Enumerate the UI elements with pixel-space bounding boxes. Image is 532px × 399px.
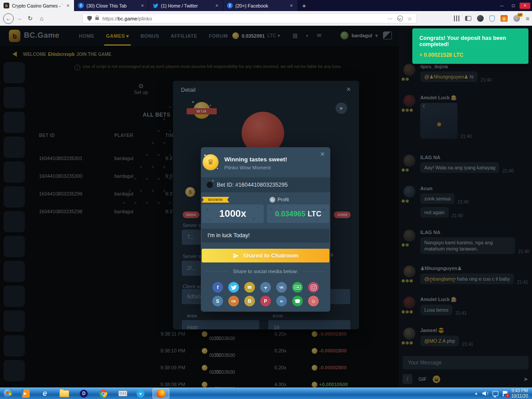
risk-field[interactable]: High xyxy=(182,320,259,329)
menu-icon[interactable]: ≡ xyxy=(526,15,529,22)
bcgame-logo-text[interactable]: BC.Game xyxy=(24,31,59,40)
network-icon[interactable] xyxy=(493,391,498,396)
social-email-icon[interactable]: ✉ xyxy=(244,282,255,293)
taskbar-wmp-icon[interactable]: ▶ xyxy=(20,389,31,398)
avatar[interactable] xyxy=(403,155,415,167)
social-linkedin-icon[interactable]: in xyxy=(276,296,287,306)
game-thumbnail[interactable] xyxy=(4,286,25,307)
nav-item-bonus[interactable]: BONUS xyxy=(141,33,159,39)
avatar[interactable] xyxy=(403,64,415,76)
close-window-button[interactable]: ✕ xyxy=(520,3,530,9)
social-vk-icon[interactable]: VK xyxy=(276,282,287,293)
avatar[interactable] xyxy=(403,186,415,198)
share-message-input[interactable]: I'm in luck Today! xyxy=(202,229,329,243)
hidden-icons-arrow[interactable]: ▲ xyxy=(474,391,478,395)
bell-icon[interactable]: ◗ xyxy=(305,32,309,39)
tab-close-icon[interactable]: ✕ xyxy=(140,4,145,8)
currency-select[interactable]: LTC ▾ xyxy=(267,33,280,39)
emoji-button[interactable] xyxy=(433,376,440,383)
tab-close-icon[interactable]: ✕ xyxy=(289,4,294,8)
page-actions-icon[interactable]: ⋯ xyxy=(387,16,393,22)
avatar[interactable] xyxy=(403,95,415,107)
chat-bubble[interactable]: @MO Z A php xyxy=(420,336,459,346)
action-center-flag-icon[interactable]: ✕ xyxy=(503,391,508,396)
new-tab-button[interactable]: + xyxy=(298,0,310,11)
send-message-icon[interactable]: ➤ xyxy=(523,376,528,383)
table-row[interactable]: 9:38:08 PM0.00003500LTC4.00x+0.00010500 xyxy=(146,377,395,388)
taskbar-dapp-icon[interactable]: D xyxy=(78,389,90,398)
home-button[interactable]: ⌂ xyxy=(36,15,47,22)
chat-bubble[interactable]: Nangayo kami kanimo, nga ang matahum mon… xyxy=(420,237,515,254)
extension-off-icon[interactable]: off xyxy=(513,15,520,22)
social-instagram-icon[interactable] xyxy=(308,282,319,293)
nav-item-games[interactable]: GAMES▾ xyxy=(106,33,129,39)
tab-all-bets[interactable]: ALL BETS xyxy=(143,112,170,118)
mail-icon[interactable]: ✉ xyxy=(317,32,321,39)
avatar[interactable] xyxy=(403,297,415,309)
game-thumbnail[interactable] xyxy=(4,161,25,183)
game-thumbnail[interactable] xyxy=(4,236,25,257)
nav-item-affiliate[interactable]: AFFILIATE xyxy=(171,33,197,39)
chat-username[interactable]: ILAG NA xyxy=(420,155,532,160)
gif-button[interactable]: GIF xyxy=(419,376,426,382)
forward-button[interactable]: → xyxy=(14,15,24,22)
setup-button[interactable]: ⚙Set up xyxy=(128,82,154,95)
metamask-icon[interactable] xyxy=(501,15,508,22)
taskbar-ie-icon[interactable]: e xyxy=(39,389,51,398)
taskbar-explorer-icon[interactable] xyxy=(59,389,70,398)
avatar[interactable] xyxy=(403,266,415,278)
maximize-button[interactable]: ▢ xyxy=(508,3,519,9)
taskbar-clock[interactable]: 9:43 PM 10/11/20 xyxy=(508,388,531,399)
chat-username[interactable]: Jameel 😎 xyxy=(420,328,532,333)
game-thumbnail[interactable] xyxy=(4,62,25,83)
detail-close-icon[interactable]: ✕ xyxy=(346,86,351,93)
social-line-icon[interactable]: LINE xyxy=(292,282,303,293)
tab-close-icon[interactable]: ✕ xyxy=(214,4,219,8)
pocket-icon[interactable] xyxy=(397,16,403,21)
chat-username[interactable]: ♟Nhungnguyen♟ xyxy=(420,266,532,271)
chat-username[interactable]: 4pes_4njink xyxy=(420,64,532,69)
avatar[interactable] xyxy=(403,328,415,340)
chat-username[interactable]: Amulet Luck 🎰 xyxy=(420,297,532,302)
extension-icon[interactable] xyxy=(477,15,484,22)
browser-tab[interactable]: bCrypto Casino Games - The 16✕ xyxy=(0,0,74,11)
share-to-chatroom-button[interactable]: Shared to Chatroom xyxy=(202,249,329,262)
game-thumbnail[interactable] xyxy=(4,137,25,158)
welcome-username[interactable]: Ehlsbcrxvpb xyxy=(48,52,74,57)
social-whatsapp-icon[interactable]: ☎ xyxy=(292,296,303,306)
game-thumbnail[interactable] xyxy=(4,87,25,108)
share-result-button[interactable]: ➤ xyxy=(336,102,347,114)
share-modal-close-icon[interactable]: ✕ xyxy=(320,151,325,157)
bcgame-logo-icon[interactable]: b xyxy=(9,30,20,42)
game-thumbnail[interactable] xyxy=(4,310,25,332)
user-menu[interactable]: bardagul ▾ xyxy=(340,31,378,39)
game-thumbnail[interactable] xyxy=(4,112,25,133)
start-button[interactable] xyxy=(4,388,13,398)
chat-bubble[interactable]: zonk semua xyxy=(420,193,454,204)
social-skype-icon[interactable]: S xyxy=(212,296,223,306)
avatar[interactable] xyxy=(403,230,415,242)
chat-username[interactable]: Amulet Luck 🎰 xyxy=(420,95,532,101)
shield-extension-icon[interactable] xyxy=(489,16,495,22)
game-thumbnail[interactable] xyxy=(4,211,25,232)
row-field[interactable]: 16 xyxy=(268,320,350,329)
library-icon[interactable] xyxy=(454,16,459,21)
game-thumbnail[interactable] xyxy=(4,335,25,356)
address-bar[interactable]: https://bc.game/plinko ⋯ ☆ xyxy=(82,13,417,23)
social-odnoklassniki-icon[interactable]: OK xyxy=(228,296,239,306)
taskbar-telegram-icon[interactable]: ➤ xyxy=(135,389,146,398)
tab-close-icon[interactable]: ✕ xyxy=(65,4,70,8)
deposit-toast[interactable]: Congrats! Your deposit has been complete… xyxy=(412,28,528,64)
chat-username[interactable]: Acun xyxy=(420,186,532,191)
social-bitcoin-icon[interactable]: B xyxy=(244,296,255,306)
chat-bubble[interactable]: Aay! Wala na ang iyang kahayag xyxy=(420,162,499,173)
slash-command-button[interactable]: / xyxy=(403,374,412,384)
minimize-button[interactable]: — xyxy=(497,3,507,9)
table-row[interactable]: 9:38:09 PM0.00003500LTC0.20x-0.00002800 xyxy=(146,360,395,377)
table-row[interactable]: 9:38:10 PM0.00003500LTC0.20x-0.00002800 xyxy=(146,344,395,360)
bookmark-star-icon[interactable]: ☆ xyxy=(407,16,412,22)
chat-username[interactable]: ILAG NA xyxy=(420,230,532,235)
sidebar-icon[interactable] xyxy=(465,16,471,21)
tracking-protection-icon[interactable] xyxy=(87,16,92,21)
chat-bubble[interactable]: @♟Nhungnguyen♟ hi xyxy=(420,71,477,82)
